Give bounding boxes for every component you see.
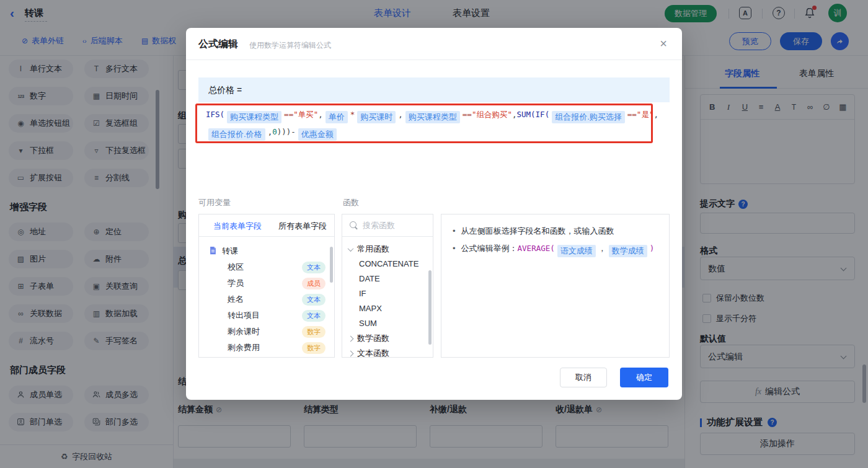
formula-token-op: == <box>627 110 637 119</box>
variable-type-badge: 成员 <box>302 278 326 289</box>
variable-form-name: 转课 <box>222 245 238 257</box>
variable-row-校区[interactable]: 校区文本 <box>199 259 334 275</box>
function-group-文本函数[interactable]: 文本函数 <box>342 346 433 361</box>
formula-token-str: "组合购买" <box>472 110 512 119</box>
functions-panel: 搜索函数 常用函数CONCATENATEDATEIFMAPXSUM数学函数文本函… <box>342 214 433 358</box>
modal-header: 公式编辑 使用数学运算符编辑公式 × <box>186 28 682 60</box>
modal-subtitle: 使用数学运算符编辑公式 <box>249 40 331 51</box>
formula-field-chip[interactable]: 购买课时 <box>357 111 396 123</box>
functions-section-label: 函数 <box>343 197 359 208</box>
cancel-button[interactable]: 取消 <box>560 368 607 387</box>
variables-section-label: 可用变量 <box>198 197 231 208</box>
variable-name: 姓名 <box>228 294 244 305</box>
confirm-button[interactable]: 确定 <box>620 368 668 387</box>
variable-row-转出项目[interactable]: 转出项目文本 <box>199 307 334 324</box>
formula-token-plain: , <box>653 110 658 119</box>
variable-row-姓名[interactable]: 姓名文本 <box>199 291 334 307</box>
variable-row-学员[interactable]: 学员成员 <box>199 275 334 291</box>
function-group-name: 文本函数 <box>357 348 389 359</box>
tip-line-1: • 从左侧面板选择字段名和函数，或输入函数 <box>453 225 658 237</box>
variable-row-剩余课时[interactable]: 剩余课时数字 <box>199 324 334 340</box>
formula-token-op: * <box>350 110 355 119</box>
function-group-数学函数[interactable]: 数学函数 <box>342 331 433 346</box>
variable-type-badge: 文本 <box>302 310 326 322</box>
function-search-input[interactable]: 搜索函数 <box>342 214 433 237</box>
variables-scrollbar[interactable] <box>330 247 333 283</box>
tips-panel: • 从左侧面板选择字段名和函数，或输入函数 • 公式编辑举例：AVERAGE(语… <box>441 214 670 358</box>
formula-field-chip[interactable]: 单价 <box>326 111 348 123</box>
close-icon[interactable]: × <box>660 37 667 51</box>
formula-token-fn: IFS( <box>206 110 224 119</box>
search-placeholder: 搜索函数 <box>363 220 395 231</box>
formula-line-2: 组合报价.价格,0)))-优惠金额 <box>206 127 339 141</box>
tip-line-2: • 公式编辑举例：AVERAGE(语文成绩，数学成绩) <box>453 242 658 257</box>
variable-type-badge: 数字 <box>302 326 326 338</box>
tip-example-separator: ， <box>598 244 606 253</box>
search-icon <box>350 221 358 229</box>
variable-type-badge: 文本 <box>302 262 326 273</box>
variable-name: 校区 <box>228 262 244 273</box>
functions-scrollbar[interactable] <box>428 270 432 345</box>
tip-example-close: ) <box>650 244 655 253</box>
tip-example-function: AVERAGE( <box>518 244 555 253</box>
function-item-IF[interactable]: IF <box>342 286 433 301</box>
chevron-right-icon <box>348 350 354 356</box>
bullet-icon: • <box>453 242 456 257</box>
variable-name: 转出项目 <box>228 310 260 321</box>
function-item-CONCATENATE[interactable]: CONCATENATE <box>342 257 433 272</box>
formula-token-num: 0 <box>272 127 277 136</box>
variable-type-badge: 文本 <box>302 294 326 306</box>
formula-field-chip[interactable]: 购买课程类型 <box>227 111 281 123</box>
formula-token-fn: SUM( <box>516 110 535 119</box>
formula-field-chip[interactable]: 购买课程类型 <box>405 111 460 123</box>
formula-token-op: == <box>284 110 293 119</box>
function-item-DATE[interactable]: DATE <box>342 272 433 286</box>
function-item-MAPX[interactable]: MAPX <box>342 301 433 316</box>
formula-target: 总价格 = <box>198 77 670 102</box>
formula-field-chip[interactable]: 组合报价.价格 <box>208 128 265 141</box>
tab-all-form-fields[interactable]: 所有表单字段 <box>278 221 327 232</box>
tab-current-form-fields[interactable]: 当前表单字段 <box>213 221 262 232</box>
variable-row-剩余费用[interactable]: 剩余费用数字 <box>199 340 334 356</box>
variables-panel: 当前表单字段 所有表单字段 转课校区文本学员成员姓名文本转出项目文本剩余课时数字… <box>198 214 335 358</box>
modal-title: 公式编辑 <box>198 38 238 51</box>
formula-token-fn: IF( <box>536 110 550 119</box>
function-item-SUM[interactable]: SUM <box>342 316 433 331</box>
function-group-name: 数学函数 <box>357 333 389 344</box>
formula-line-1: IFS(购买课程类型=="单买",单价*购买课时,购买课程类型=="组合购买",… <box>206 110 658 123</box>
function-group-常用函数[interactable]: 常用函数 <box>342 242 433 257</box>
formula-token-plain: )))- <box>277 127 296 136</box>
variable-type-badge: 数字 <box>302 342 326 354</box>
formula-field-chip[interactable]: 组合报价.购买选择 <box>552 111 625 123</box>
tip-example-field-chip: 语文成绩 <box>557 245 596 257</box>
formula-editor-modal: 公式编辑 使用数学运算符编辑公式 × 总价格 = IFS(购买课程类型=="单买… <box>186 28 682 400</box>
tip-example-field-chip: 数学成绩 <box>609 245 647 257</box>
app-window: ‹ 转课 表单设计 表单设置 数据管理 A ? 训 ⊘表单外链‹›后端脚本▤数据… <box>0 0 868 468</box>
formula-token-plain: , <box>398 110 403 119</box>
formula-token-str: "是" <box>637 110 654 119</box>
chevron-down-icon <box>348 245 354 252</box>
variables-tabs: 当前表单字段 所有表单字段 <box>199 214 334 237</box>
formula-code-editor[interactable]: IFS(购买课程类型=="单买",单价*购买课时,购买课程类型=="组合购买",… <box>198 102 670 201</box>
variable-name: 学员 <box>228 278 244 289</box>
tip-example-prefix: 公式编辑举例： <box>461 244 518 253</box>
chevron-right-icon <box>348 335 354 342</box>
formula-token-op: == <box>463 110 472 119</box>
formula-token-plain: , <box>318 110 323 119</box>
variable-form-node[interactable]: 转课 <box>199 243 334 259</box>
formula-field-chip[interactable]: 优惠金额 <box>298 128 337 141</box>
form-doc-icon <box>209 246 217 257</box>
bullet-icon: • <box>453 225 456 237</box>
formula-token-str: "单买" <box>293 110 318 119</box>
variable-name: 剩余课时 <box>228 326 260 337</box>
variable-name: 剩余费用 <box>228 342 260 353</box>
function-group-name: 常用函数 <box>357 244 389 255</box>
